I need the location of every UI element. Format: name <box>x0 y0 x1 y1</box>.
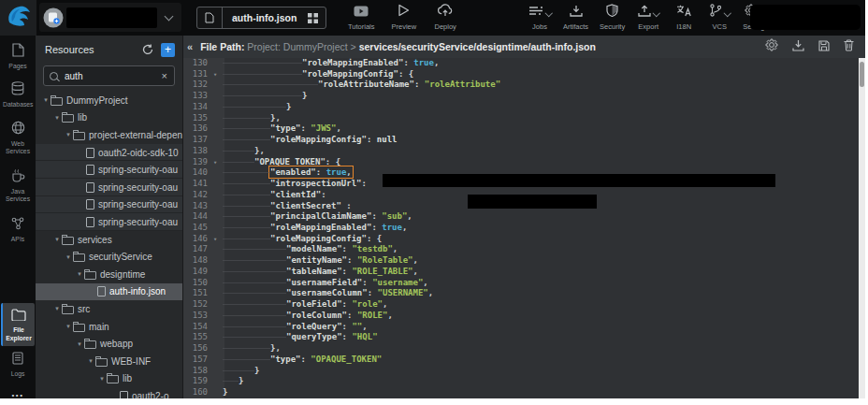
tree-item-label: lib <box>123 373 132 383</box>
sidebar-item-java[interactable]: Java Services <box>1 169 35 204</box>
sidebar-item-web[interactable]: Web Services <box>1 121 35 156</box>
file-tree: ▾DummyProject▾lib▾project-external-depen… <box>36 92 182 398</box>
code-area[interactable]: 130"roleMappingEnabled": true,131▾"roleM… <box>183 58 859 398</box>
code-line: 160} <box>183 387 859 398</box>
sidebar-item-apis[interactable]: APIs <box>1 217 35 243</box>
chevron-expanded-icon[interactable]: ▾ <box>52 236 62 243</box>
tree-file-oauth2-oidc-sdk-10[interactable]: oauth2-oidc-sdk-10 <box>36 144 182 162</box>
chevron-expanded-icon[interactable]: ▾ <box>86 357 95 365</box>
code-line: 157"type": "OPAQUE_TOKEN" <box>183 354 859 366</box>
chevron-expanded-icon[interactable]: ▾ <box>41 96 51 104</box>
tree-folder-securityservice[interactable]: ▾securityService <box>36 248 182 266</box>
sidebar-item-pages[interactable]: Pages <box>1 43 35 70</box>
tree-file-spring-security-oau[interactable]: spring-security-oau <box>36 161 182 179</box>
token-p: : <box>301 354 311 364</box>
tree-file-oauth2-o[interactable]: oauth2-o <box>36 387 182 398</box>
chevron-expanded-icon[interactable]: ▾ <box>64 131 73 138</box>
token-s: "" <box>352 322 362 331</box>
collapse-panel-icon[interactable]: « <box>187 41 193 52</box>
download-icon <box>792 38 804 55</box>
tree-folder-services[interactable]: ▾services <box>36 231 182 249</box>
search-input[interactable] <box>63 70 161 82</box>
tree-folder-src[interactable]: ▾src <box>36 300 182 318</box>
line-number: 143 <box>183 201 208 212</box>
chevron-expanded-icon[interactable]: ▾ <box>75 270 84 278</box>
tree-item-label: oauth2-oidc-sdk-10 <box>98 148 179 158</box>
line-number: 133 <box>183 91 208 102</box>
account-area-redacted[interactable] <box>750 5 861 30</box>
clear-search-icon[interactable]: × <box>161 70 168 81</box>
token-s: "HQL" <box>352 332 377 341</box>
tree-folder-dummyproject[interactable]: ▾DummyProject <box>36 92 182 109</box>
chevron-expanded-icon[interactable]: ▾ <box>75 340 84 348</box>
sidebar-item-explorer[interactable]: File Explorer <box>1 303 35 346</box>
indent-guide <box>223 195 270 195</box>
token-p: }, <box>270 113 281 123</box>
indent-guide <box>223 74 302 75</box>
download-button[interactable] <box>792 38 804 55</box>
topbar-deploy-button[interactable]: Deploy <box>433 5 457 31</box>
sidebar-item-logs[interactable]: Logs <box>1 352 35 378</box>
token-p: : <box>341 201 352 210</box>
topbar-jobs-button[interactable]: Jobs <box>528 5 552 31</box>
topbar-actions: TutorialsPreviewDeploy <box>348 5 457 31</box>
tree-folder-designtime[interactable]: ▾designtime <box>36 266 182 283</box>
scrollbar-thumb[interactable] <box>860 62 864 87</box>
tree-folder-project-external-depend[interactable]: ▾project-external-depend <box>36 126 182 144</box>
token-k: "roleMappingEnabled" <box>270 223 371 232</box>
more-options-button[interactable]: ••• <box>12 391 24 398</box>
indent-guide <box>223 370 254 371</box>
folder-icon <box>73 130 85 140</box>
editor-scrollbar[interactable] <box>859 58 865 398</box>
line-number: 142 <box>183 190 208 201</box>
app-logo[interactable] <box>0 0 36 36</box>
tree-file-auth-info-json[interactable]: auth-info.json <box>36 283 182 301</box>
topbar-export-button[interactable]: Export <box>636 5 660 31</box>
folder-icon <box>62 304 74 314</box>
chevron-expanded-icon[interactable]: ▾ <box>64 323 73 330</box>
topbar-artifacts-button[interactable]: Artifacts <box>563 5 588 31</box>
project-selector[interactable] <box>39 3 181 32</box>
tree-folder-main[interactable]: ▾main <box>36 318 182 336</box>
redacted-value <box>383 174 775 187</box>
delete-button[interactable] <box>844 38 854 55</box>
refresh-icon[interactable] <box>142 44 153 55</box>
tree-item-label: src <box>78 304 90 314</box>
topbar-vcs-button[interactable]: VCS <box>707 5 731 31</box>
chevron-expanded-icon[interactable]: ▾ <box>52 114 62 122</box>
token-p: , <box>407 211 412 221</box>
chevron-expanded-icon[interactable]: ▾ <box>64 253 73 261</box>
tree-folder-web-inf[interactable]: ▾WEB-INF <box>36 353 182 370</box>
tab-auth-info-json[interactable]: auth-info.json <box>196 7 326 29</box>
tree-file-spring-security-oau[interactable]: spring-security-oau <box>36 196 182 214</box>
token-p: : { <box>398 69 413 79</box>
add-resource-button[interactable]: + <box>161 43 175 57</box>
save-button[interactable] <box>818 38 830 55</box>
grid-icon[interactable] <box>306 13 326 23</box>
code-line: 134} <box>183 102 859 113</box>
token-k: "tableName" <box>286 267 342 276</box>
topbar-tutorials-button[interactable]: Tutorials <box>348 5 374 31</box>
token-k: "queryType" <box>286 332 342 341</box>
tree-folder-lib[interactable]: ▾lib <box>36 370 182 388</box>
tree-folder-webapp[interactable]: ▾webapp <box>36 335 182 353</box>
token-k: "roleField" <box>286 299 342 309</box>
tree-file-spring-security-oau[interactable]: spring-security-oau <box>36 179 182 196</box>
code-line: 135}, <box>183 113 859 124</box>
indent-guide <box>223 271 286 272</box>
chevron-expanded-icon[interactable]: ▾ <box>52 305 62 312</box>
topbar-security-button[interactable]: Security <box>600 5 625 31</box>
code-line: 145"roleMappingEnabled": true, <box>183 223 859 234</box>
indent-guide <box>223 216 270 217</box>
file-settings-button[interactable] <box>765 38 778 55</box>
topbar-preview-button[interactable]: Preview <box>391 5 416 31</box>
tree-file-spring-security-oau[interactable]: spring-security-oau <box>36 213 182 231</box>
chevron-expanded-icon[interactable]: ▾ <box>97 375 107 383</box>
line-number: 140 <box>183 167 208 179</box>
tree-folder-lib[interactable]: ▾lib <box>36 109 182 127</box>
sidebar-item-databases[interactable]: Databases <box>1 81 35 108</box>
line-number: 150 <box>183 278 208 289</box>
token-k: "type" <box>270 123 301 133</box>
topbar-i18n-button[interactable]: I18N <box>672 5 696 31</box>
file-icon <box>86 165 94 175</box>
